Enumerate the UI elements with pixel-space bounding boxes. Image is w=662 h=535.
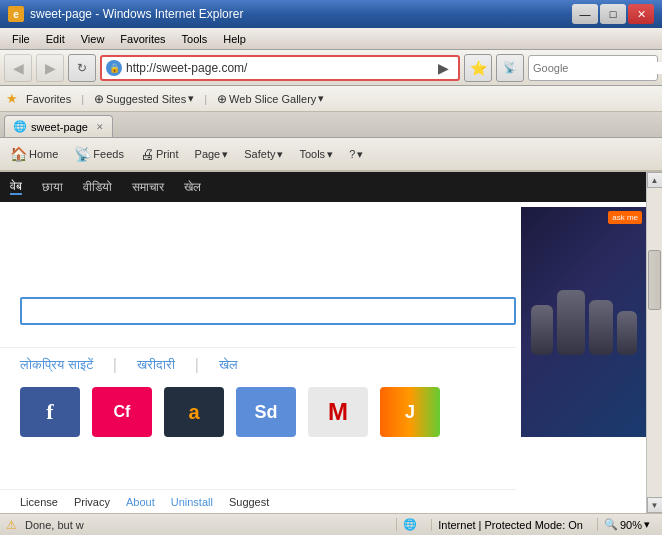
tools-label: Tools [299, 148, 325, 160]
phone-1 [531, 305, 553, 355]
menu-view[interactable]: View [73, 31, 113, 47]
help-arrow: ▾ [357, 148, 363, 161]
nav-web[interactable]: वेब [10, 179, 22, 195]
address-bar: 🔒 ▶ [100, 55, 460, 81]
page-label: Page [195, 148, 221, 160]
fav-sep-2: | [204, 93, 207, 105]
title-bar: e sweet-page - Windows Internet Explorer… [0, 0, 662, 28]
tab-bar: 🌐 sweet-page ✕ [0, 112, 662, 138]
refresh-button[interactable]: ↻ [68, 54, 96, 82]
m-logo[interactable]: M [308, 387, 368, 437]
footer-suggest[interactable]: Suggest [229, 496, 269, 508]
nav-video[interactable]: वीडियो [83, 180, 112, 194]
sweet-page-tab[interactable]: 🌐 sweet-page ✕ [4, 115, 113, 137]
sd-logo[interactable]: Sd [236, 387, 296, 437]
link-games[interactable]: खेल [219, 357, 238, 373]
feeds-label: Feeds [93, 148, 124, 160]
menu-tools[interactable]: Tools [174, 31, 216, 47]
page-nav-bar: वेब छाया वीडियो समाचार खेल [0, 172, 646, 202]
menu-edit[interactable]: Edit [38, 31, 73, 47]
web-slice-label: Web Slice Gallery [229, 93, 316, 105]
status-zone: 🌐 [396, 518, 423, 531]
suggested-sites-label: Suggested Sites [106, 93, 186, 105]
print-label: Print [156, 148, 179, 160]
web-slice-gallery-item[interactable]: ⊕ Web Slice Gallery ▾ [213, 90, 328, 108]
facebook-logo[interactable]: f [20, 387, 80, 437]
rss-button[interactable]: 📡 [496, 54, 524, 82]
safety-button[interactable]: Safety ▾ [238, 145, 289, 164]
nav-games[interactable]: खेल [184, 180, 201, 194]
address-input[interactable] [126, 61, 432, 75]
tab-icon: 🌐 [13, 120, 27, 133]
close-button[interactable]: ✕ [628, 4, 654, 24]
go-button[interactable]: ▶ [432, 57, 454, 79]
status-warning-icon: ⚠ [6, 518, 17, 532]
footer-license[interactable]: License [20, 496, 58, 508]
jd-logo[interactable]: J [380, 387, 440, 437]
footer-privacy[interactable]: Privacy [74, 496, 110, 508]
minimize-button[interactable]: — [572, 4, 598, 24]
back-button[interactable]: ◀ [4, 54, 32, 82]
page-button[interactable]: Page ▾ [189, 145, 235, 164]
forward-button[interactable]: ▶ [36, 54, 64, 82]
home-icon: 🏠 [10, 146, 27, 162]
favorites-star-icon: ★ [6, 91, 18, 106]
link-sep-2: | [195, 356, 199, 374]
browser-content: वेब छाया वीडियो समाचार खेल लोकप्रिय साइट… [0, 172, 662, 513]
menu-file[interactable]: File [4, 31, 38, 47]
amazon-logo[interactable]: a [164, 387, 224, 437]
web-slice-arrow: ▾ [318, 92, 324, 105]
protected-mode-zone: Internet | Protected Mode: On [431, 519, 589, 531]
maximize-button[interactable]: □ [600, 4, 626, 24]
scroll-down-button[interactable]: ▼ [647, 497, 663, 513]
home-label: Home [29, 148, 58, 160]
search-input[interactable] [529, 62, 662, 74]
web-slice-icon: ⊕ [217, 92, 227, 106]
help-button[interactable]: ? ▾ [343, 145, 369, 164]
command-toolbar: 🏠 Home 📡 Feeds 🖨 Print Page ▾ Safety ▾ T… [0, 138, 662, 172]
tab-close-icon[interactable]: ✕ [96, 122, 104, 132]
footer-uninstall[interactable]: Uninstall [171, 496, 213, 508]
home-button[interactable]: 🏠 Home [4, 143, 64, 165]
site-icon: 🔒 [106, 60, 122, 76]
advertisement: ask me [521, 207, 646, 437]
zone-text: Internet | Protected Mode: On [438, 519, 583, 531]
scroll-thumb[interactable] [648, 250, 661, 310]
nav-news[interactable]: समाचार [132, 180, 164, 194]
print-button[interactable]: 🖨 Print [134, 143, 185, 165]
link-shopping[interactable]: खरीदारी [137, 357, 175, 373]
footer-about[interactable]: About [126, 496, 155, 508]
page-search-box[interactable] [20, 297, 516, 325]
link-sep-1: | [113, 356, 117, 374]
zoom-level: 90% [620, 519, 642, 531]
logos-row: f Cf a Sd M J [0, 387, 516, 437]
safety-label: Safety [244, 148, 275, 160]
page-links: लोकप्रिय साइटें | खरीदारी | खेल [0, 347, 516, 382]
suggested-sites-item[interactable]: ⊕ Suggested Sites ▾ [90, 90, 198, 108]
app-icon: e [8, 6, 24, 22]
webpage-area: वेब छाया वीडियो समाचार खेल लोकप्रिय साइट… [0, 172, 646, 513]
menu-favorites[interactable]: Favorites [112, 31, 173, 47]
favorites-star-button[interactable]: ⭐ [464, 54, 492, 82]
page-footer: License Privacy About Uninstall Suggest [0, 489, 516, 513]
page-body: लोकप्रिय साइटें | खरीदारी | खेल f Cf a S… [0, 202, 646, 513]
feeds-button[interactable]: 📡 Feeds [68, 143, 130, 165]
address-toolbar: ◀ ▶ ↻ 🔒 ▶ ⭐ 📡 🔍 [0, 50, 662, 86]
suggested-sites-arrow: ▾ [188, 92, 194, 105]
favorites-label[interactable]: Favorites [22, 91, 75, 107]
window-title: sweet-page - Windows Internet Explorer [30, 7, 572, 21]
nav-images[interactable]: छाया [42, 180, 63, 194]
scroll-track[interactable] [647, 188, 662, 497]
zoom-control[interactable]: 🔍 90% ▾ [597, 518, 656, 531]
menu-help[interactable]: Help [215, 31, 254, 47]
tools-arrow: ▾ [327, 148, 333, 161]
page-arrow: ▾ [222, 148, 228, 161]
feeds-icon: 📡 [74, 146, 91, 162]
cf-logo[interactable]: Cf [92, 387, 152, 437]
tools-button[interactable]: Tools ▾ [293, 145, 339, 164]
scroll-up-button[interactable]: ▲ [647, 172, 663, 188]
menu-bar: File Edit View Favorites Tools Help [0, 28, 662, 50]
link-popular[interactable]: लोकप्रिय साइटें [20, 357, 93, 373]
safety-arrow: ▾ [277, 148, 283, 161]
window-controls: — □ ✕ [572, 4, 654, 24]
